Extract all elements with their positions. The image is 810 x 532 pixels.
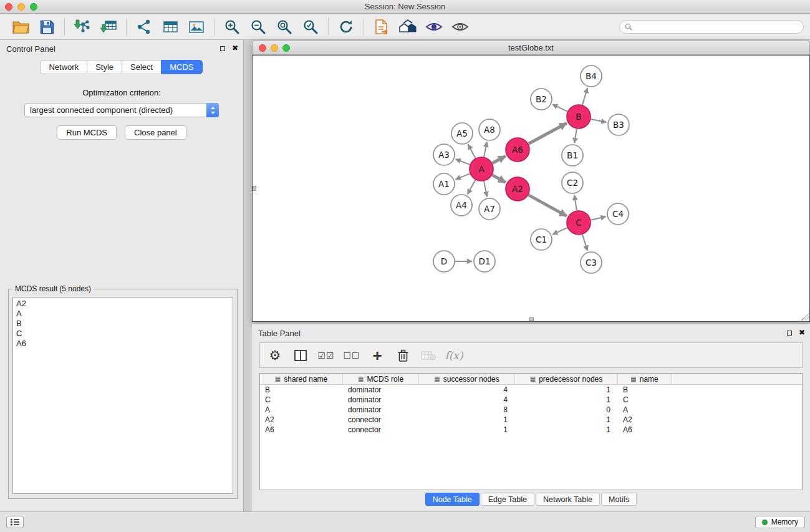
graph-node-B4[interactable]: B4 <box>581 65 602 87</box>
control-panel-close-button[interactable]: ✖ <box>232 44 238 52</box>
table-row[interactable]: Bdominator41B <box>260 385 802 395</box>
graph-edge-A-A6[interactable] <box>493 156 506 163</box>
close-window-button[interactable] <box>5 3 12 11</box>
close-panel-button[interactable]: Close panel <box>125 125 186 140</box>
panel-selector-button[interactable] <box>6 516 24 528</box>
table-row[interactable]: Adominator80A <box>260 405 802 415</box>
mcds-result-list[interactable]: A2ABCA6 <box>12 297 233 494</box>
graph-edge-B-B2[interactable] <box>552 104 567 111</box>
function-builder-button[interactable]: f(x) <box>445 346 463 365</box>
graph-node-D[interactable]: D <box>433 251 455 272</box>
table-row[interactable]: Cdominator41C <box>260 395 802 405</box>
export-image-button[interactable] <box>183 16 210 38</box>
tab-motifs[interactable]: Motifs <box>601 493 637 506</box>
result-item[interactable]: A6 <box>16 339 229 349</box>
graph-node-B3[interactable]: B3 <box>608 114 629 135</box>
network-window-titlebar[interactable]: testGlobe.txt <box>252 40 810 55</box>
graph-edge-A-A8[interactable] <box>484 142 487 157</box>
zoom-out-button[interactable] <box>245 16 271 38</box>
table-panel-close-button[interactable]: ✖ <box>799 328 805 337</box>
resize-grip[interactable] <box>801 313 809 321</box>
graph-node-A8[interactable]: A8 <box>479 119 500 140</box>
refresh-button[interactable] <box>333 16 359 38</box>
column-header-name[interactable]: ▦name <box>618 374 672 384</box>
result-item[interactable]: A <box>16 309 229 319</box>
network-tools-button[interactable] <box>131 16 157 38</box>
graph-edge-C-C4[interactable] <box>591 216 606 220</box>
graph-node-A6[interactable]: A6 <box>506 138 529 162</box>
session-document-button[interactable] <box>369 16 395 38</box>
table-settings-button[interactable]: ⚙ <box>266 346 284 365</box>
save-session-button[interactable] <box>34 16 60 38</box>
network-close-button[interactable] <box>259 44 266 52</box>
graph-node-D1[interactable]: D1 <box>474 251 495 272</box>
column-header-shared-name[interactable]: ▦shared name <box>260 374 343 384</box>
search-box[interactable] <box>619 20 804 34</box>
graph-edge-B-B3[interactable] <box>591 119 607 122</box>
tab-node-table[interactable]: Node Table <box>425 493 480 506</box>
graph-edge-B-B4[interactable] <box>582 88 587 105</box>
graph-node-B1[interactable]: B1 <box>562 145 583 166</box>
minimize-window-button[interactable] <box>17 3 25 11</box>
graph-node-A2[interactable]: A2 <box>506 177 529 201</box>
result-item[interactable]: C <box>16 329 229 339</box>
unselect-all-button[interactable]: ☐☐ <box>343 346 360 365</box>
table-row[interactable]: A6connector11A6 <box>260 425 802 435</box>
graph-node-C2[interactable]: C2 <box>562 172 583 193</box>
graph-node-C[interactable]: C <box>567 211 591 235</box>
graph-edge-C-C2[interactable] <box>574 195 577 210</box>
tab-network[interactable]: Network <box>40 60 87 74</box>
network-minimize-button[interactable] <box>271 44 278 52</box>
zoom-selected-button[interactable] <box>297 16 324 38</box>
tab-edge-table[interactable]: Edge Table <box>481 493 534 506</box>
graph-edge-A6-B[interactable] <box>529 123 567 143</box>
graph-node-A4[interactable]: A4 <box>451 195 472 216</box>
graph-node-B[interactable]: B <box>567 105 591 128</box>
network-table-button[interactable] <box>157 16 183 38</box>
network-canvas[interactable]: B4B2B3B1BA5A8A3A1A4A7A6AA2C2C4C1C3CDD1 <box>252 55 810 322</box>
graph-node-A7[interactable]: A7 <box>479 198 500 220</box>
select-all-button[interactable]: ☑☑ <box>317 346 335 365</box>
result-item[interactable]: B <box>16 319 229 329</box>
graph-edge-C-C1[interactable] <box>552 228 567 235</box>
column-header-predecessor-nodes[interactable]: ▦predecessor nodes <box>515 374 618 384</box>
graph-edge-B-B1[interactable] <box>574 129 577 143</box>
graph-edge-A-A7[interactable] <box>484 181 487 197</box>
show-columns-button[interactable] <box>292 346 309 365</box>
result-item[interactable]: A2 <box>16 299 229 309</box>
zoom-window-button[interactable] <box>30 3 37 11</box>
graph-edge-A-A2[interactable] <box>493 175 506 183</box>
graph-edge-A-A4[interactable] <box>468 180 476 195</box>
tab-select[interactable]: Select <box>122 60 162 74</box>
criterion-select[interactable]: largest connected component (directed) <box>24 103 219 117</box>
style-preview-button[interactable] <box>421 16 447 38</box>
column-header-successor-nodes[interactable]: ▦successor nodes <box>419 374 515 384</box>
tab-network-table[interactable]: Network Table <box>536 493 600 506</box>
graph-edge-A2-C[interactable] <box>529 195 567 216</box>
zoom-fit-button[interactable] <box>271 16 297 38</box>
graph-edge-A-A1[interactable] <box>456 173 470 179</box>
graph-edge-A-A5[interactable] <box>468 145 476 158</box>
resize-handle-bottom[interactable] <box>529 317 534 321</box>
run-mcds-button[interactable]: Run MCDS <box>57 125 117 140</box>
home-button[interactable] <box>395 16 421 38</box>
tab-mcds[interactable]: MCDS <box>161 60 202 74</box>
graph-edge-A-A3[interactable] <box>456 159 470 165</box>
titlebar[interactable]: Session: New Session <box>0 0 810 14</box>
graph-node-B2[interactable]: B2 <box>531 89 552 110</box>
open-session-button[interactable] <box>7 16 34 38</box>
import-table-button[interactable] <box>95 16 122 38</box>
import-network-button[interactable] <box>69 16 95 38</box>
column-header-MCDS-role[interactable]: ▦MCDS role <box>343 374 419 384</box>
table-panel-float-button[interactable] <box>786 329 793 337</box>
graph-node-A[interactable]: A <box>470 157 493 181</box>
memory-button[interactable]: Memory <box>755 516 805 528</box>
graph-node-C4[interactable]: C4 <box>607 203 629 225</box>
control-panel-float-button[interactable] <box>219 45 226 52</box>
tab-style[interactable]: Style <box>87 60 122 74</box>
graph-edge-C-C3[interactable] <box>582 235 587 251</box>
table-row[interactable]: A2connector11A2 <box>260 415 802 425</box>
graph-node-A1[interactable]: A1 <box>433 173 455 195</box>
show-hide-button[interactable] <box>447 16 473 38</box>
graph-node-C1[interactable]: C1 <box>531 229 552 250</box>
